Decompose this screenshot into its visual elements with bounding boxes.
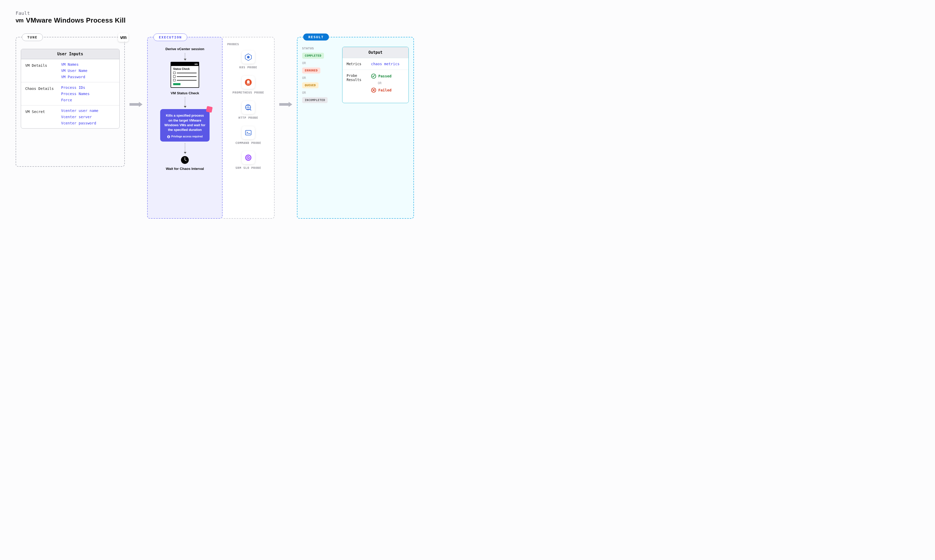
output-card: Output Metrics chaos metrics Probe Resul… [342, 47, 409, 103]
vmware-badge-icon: vm [118, 33, 128, 42]
probe-name: K8S PROBE [239, 66, 258, 69]
section-values: VM Names VM User Name VM Password [61, 62, 87, 79]
prometheus-icon [242, 76, 255, 89]
section-label: VM Details [25, 62, 56, 79]
probe-name: COMMAND PROBE [235, 141, 261, 145]
input-value: Process IDs [61, 85, 90, 89]
k8s-icon [242, 51, 255, 64]
input-value: VM Password [61, 75, 87, 79]
section-label: VM Secret [25, 109, 56, 125]
metrics-value: chaos metrics [371, 62, 404, 66]
output-title: Output [343, 47, 409, 58]
page-title: vm VMware Windows Process Kill [15, 16, 920, 25]
x-circle-icon [371, 88, 376, 93]
probe-results-values: Passed OR Failed [371, 74, 404, 93]
or-separator: OR [302, 76, 336, 80]
user-inputs-card: User Inputs VM Details VM Names VM User … [21, 49, 120, 129]
flow-arrow-icon [279, 101, 292, 108]
probe-k8s: K8S PROBE [239, 51, 258, 69]
status-column: STATUS COMPLETED OR ERRORED OR QUEUED OR… [302, 47, 336, 103]
execution-tag: EXECUTION [153, 34, 187, 41]
input-value: Force [61, 98, 90, 102]
probe-list: K8S PROBE PROMETHEUS PROBE HTTP PROBE CO… [227, 51, 269, 170]
execution-wrap: EXECUTION Derive vCenter session vm Stat… [147, 37, 275, 219]
vm-secret-section: VM Secret Vcenter user name Vcenter serv… [21, 105, 119, 128]
probe-failed: Failed [371, 88, 404, 93]
svg-point-3 [247, 56, 250, 58]
status-queued-badge: QUEUED [302, 82, 318, 88]
probes-title: PROBES [227, 43, 269, 46]
svg-rect-1 [168, 137, 169, 138]
action-text: Kills a specified process on the target … [164, 113, 206, 132]
lock-icon [167, 135, 170, 138]
page-header: Fault vm VMware Windows Process Kill [15, 11, 920, 25]
input-value: Vcenter password [61, 121, 98, 125]
probe-name: HTTP PROBE [238, 116, 258, 120]
step-wait-interval: Wait for Chaos Interval [166, 166, 204, 171]
status-label: STATUS [302, 47, 336, 50]
tune-panel: TUNE vm User Inputs VM Details VM Names … [15, 37, 125, 167]
or-separator: OR [302, 61, 336, 65]
result-body: STATUS COMPLETED OR ERRORED OR QUEUED OR… [302, 47, 409, 103]
status-errored-badge: ERRORED [302, 68, 320, 74]
diagram-container: TUNE vm User Inputs VM Details VM Names … [15, 37, 920, 219]
title-text: VMware Windows Process Kill [26, 16, 126, 25]
step-derive-session: Derive vCenter session [165, 47, 204, 51]
result-panel: RESULT STATUS COMPLETED OR ERRORED OR QU… [297, 37, 414, 219]
vmware-logo-icon: vm [15, 17, 23, 24]
output-metrics-row: Metrics chaos metrics [343, 58, 409, 70]
output-probe-row: Probe Results Passed OR Failed [343, 70, 409, 96]
input-value: VM Names [61, 62, 87, 66]
step-vm-status-check: VM Status Check [171, 91, 199, 95]
probe-command: COMMAND PROBE [235, 126, 261, 145]
execution-panel: EXECUTION Derive vCenter session vm Stat… [147, 37, 222, 219]
header-kicker: Fault [15, 11, 920, 16]
check-circle-icon [371, 74, 376, 79]
probes-panel: PROBES K8S PROBE PROMETHEUS PROBE HTTP P… [222, 37, 275, 219]
flow-arrow-icon [130, 101, 142, 108]
probe-http: HTTP PROBE [238, 101, 258, 120]
input-value: Vcenter server [61, 115, 98, 119]
probe-results-label: Probe Results [347, 74, 367, 82]
probe-prometheus: PROMETHEUS PROBE [233, 76, 264, 95]
section-label: Chaos Details [25, 85, 56, 102]
status-check-title: Status Check [173, 68, 197, 71]
input-value: VM User Name [61, 69, 87, 73]
action-card: Kills a specified process on the target … [160, 109, 210, 142]
probe-srm-slo: SRM SLO PROBE [235, 151, 261, 170]
card-bar-logo: vm [171, 62, 199, 66]
status-completed-badge: COMPLETED [302, 53, 324, 59]
status-incompleted-badge: INCOMPLETED [302, 97, 328, 103]
srm-icon [242, 151, 255, 164]
clock-icon [181, 156, 189, 164]
section-values: Process IDs Process Names Force [61, 85, 90, 102]
probe-passed: Passed [371, 74, 404, 79]
or-separator: OR [302, 91, 336, 95]
probe-name: SRM SLO PROBE [235, 166, 261, 170]
execution-flow: Derive vCenter session vm Status Check V… [152, 47, 218, 171]
vm-details-section: VM Details VM Names VM User Name VM Pass… [21, 59, 119, 82]
progress-bar-icon [173, 83, 181, 85]
input-value: Vcenter user name [61, 109, 98, 113]
result-tag: RESULT [303, 34, 329, 40]
input-value: Process Names [61, 92, 90, 96]
status-check-card: vm Status Check [171, 62, 199, 88]
user-inputs-title: User Inputs [21, 49, 119, 59]
or-separator: OR [378, 81, 404, 85]
chaos-details-section: Chaos Details Process IDs Process Names … [21, 82, 119, 105]
section-values: Vcenter user name Vcenter server Vcenter… [61, 109, 98, 125]
probe-name: PROMETHEUS PROBE [233, 91, 264, 95]
metrics-label: Metrics [347, 62, 367, 66]
tune-tag: TUNE [22, 34, 43, 41]
svg-rect-6 [245, 131, 251, 135]
chaos-badge-icon [206, 106, 213, 113]
http-icon [242, 101, 255, 114]
command-icon [242, 126, 255, 139]
privilege-note: Privilege access required [164, 135, 206, 139]
